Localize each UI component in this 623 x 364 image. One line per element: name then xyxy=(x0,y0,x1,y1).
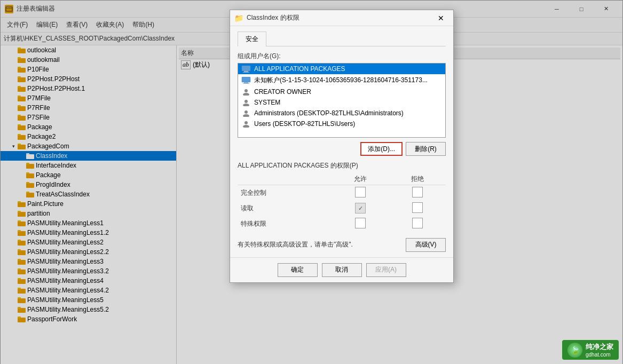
checkbox-allow-read[interactable] xyxy=(355,203,366,213)
advanced-row: 有关特殊权限或高级设置，请单击"高级". 高级(V) xyxy=(238,236,446,252)
user-item-administrators[interactable]: Administrators (DESKTOP-82TLHLS\Administ… xyxy=(238,108,445,118)
user-label: Administrators (DESKTOP-82TLHLS\Administ… xyxy=(254,109,404,117)
advanced-hint: 有关特殊权限或高级设置，请单击"高级". xyxy=(238,240,353,249)
user-label: 未知帐户(S-1-15-3-1024-1065365936-1281604716… xyxy=(254,76,428,85)
perm-allow-read[interactable] xyxy=(332,201,389,216)
add-remove-row: 添加(D)... 删除(R) xyxy=(238,142,446,156)
tab-security[interactable]: 安全 xyxy=(238,31,266,46)
remove-button[interactable]: 删除(R) xyxy=(406,142,446,156)
people-icon-4 xyxy=(241,121,251,128)
dialog-title-text: ClassIndex 的权限 xyxy=(247,13,299,22)
perm-deny-read[interactable] xyxy=(389,201,446,216)
tab-bar: 安全 xyxy=(238,31,446,46)
dialog-body: 安全 组或用户名(G): ALL APPLICATION PACKAGES xyxy=(230,26,453,257)
cancel-button[interactable]: 取消 xyxy=(322,263,362,277)
perm-deny-special[interactable] xyxy=(389,216,446,232)
svg-rect-61 xyxy=(242,66,250,71)
perm-row-read: 读取 xyxy=(238,201,446,216)
checkbox-deny-full[interactable] xyxy=(412,187,423,197)
perm-deny-full[interactable] xyxy=(389,185,446,201)
perm-row-full-control: 完全控制 xyxy=(238,185,446,201)
dialog-close-button[interactable]: ✕ xyxy=(433,11,449,25)
watermark-text: 纯净之家 gdhat.com xyxy=(586,342,613,358)
group-user-label: 组或用户名(G): xyxy=(238,52,446,61)
user-item-users[interactable]: Users (DESKTOP-82TLHLS\Users) xyxy=(238,118,445,129)
user-label: SYSTEM xyxy=(254,99,280,106)
people-icon-3 xyxy=(241,110,251,117)
dialog-title-bar: 📁 ClassIndex 的权限 ✕ xyxy=(230,10,453,26)
advanced-button[interactable]: 高级(V) xyxy=(406,238,446,252)
user-item-unknown[interactable]: 未知帐户(S-1-15-3-1024-1065365936-1281604716… xyxy=(238,74,445,86)
svg-point-74 xyxy=(243,125,249,128)
perm-allow-special[interactable] xyxy=(332,216,389,232)
svg-point-67 xyxy=(245,89,248,92)
perm-col-allow-header: 允许 xyxy=(332,173,389,185)
checkbox-deny-special[interactable] xyxy=(412,218,423,228)
watermark-site: 纯净之家 xyxy=(586,342,613,352)
permissions-table: 允许 拒绝 完全控制 读取 xyxy=(238,173,446,232)
user-item-system[interactable]: SYSTEM xyxy=(238,97,445,108)
ok-button[interactable]: 确定 xyxy=(278,263,318,277)
checkbox-allow-special[interactable] xyxy=(355,218,366,228)
perm-name-full: 完全控制 xyxy=(238,185,332,201)
svg-rect-62 xyxy=(244,71,248,72)
watermark-domain: gdhat.com xyxy=(586,352,613,358)
svg-point-72 xyxy=(243,114,249,117)
checkbox-allow-full[interactable] xyxy=(355,187,366,197)
apply-button[interactable]: 应用(A) xyxy=(366,263,406,277)
dialog-folder-icon: 📁 xyxy=(234,14,243,22)
computer-icon-2 xyxy=(241,77,251,84)
svg-rect-65 xyxy=(244,82,248,83)
computer-icon xyxy=(241,66,251,73)
users-list-box[interactable]: ALL APPLICATION PACKAGES 未知帐户(S-1-15-3-1… xyxy=(238,63,446,138)
add-button[interactable]: 添加(D)... xyxy=(360,142,403,156)
dialog-footer: 确定 取消 应用(A) xyxy=(230,257,453,282)
perm-allow-full[interactable] xyxy=(332,185,389,201)
perm-row-special: 特殊权限 xyxy=(238,216,446,232)
svg-rect-64 xyxy=(242,77,250,82)
user-item-all-app-packages[interactable]: ALL APPLICATION PACKAGES xyxy=(238,64,445,74)
user-label: CREATOR OWNER xyxy=(254,88,311,96)
perm-name-special: 特殊权限 xyxy=(238,216,332,232)
svg-point-71 xyxy=(245,110,248,114)
people-icon-2 xyxy=(241,99,251,106)
watermark: 🍃 纯净之家 gdhat.com xyxy=(562,340,619,360)
svg-point-73 xyxy=(245,121,248,124)
perm-col-name-header xyxy=(238,173,332,185)
user-label: Users (DESKTOP-82TLHLS\Users) xyxy=(254,120,355,128)
svg-rect-66 xyxy=(243,83,249,84)
people-icon xyxy=(241,89,251,96)
perm-name-read: 读取 xyxy=(238,201,332,216)
svg-rect-63 xyxy=(243,72,249,73)
svg-point-69 xyxy=(245,100,248,103)
checkbox-deny-read[interactable] xyxy=(412,202,423,213)
watermark-logo: 🍃 xyxy=(567,343,582,358)
dialog-title-left: 📁 ClassIndex 的权限 xyxy=(234,13,299,22)
perm-col-deny-header: 拒绝 xyxy=(389,173,446,185)
user-label: ALL APPLICATION PACKAGES xyxy=(254,65,345,73)
permission-dialog: 📁 ClassIndex 的权限 ✕ 安全 组或用户名(G): xyxy=(230,10,454,283)
permissions-label: ALL APPLICATION PACKAGES 的权限(P) xyxy=(238,161,446,170)
svg-point-70 xyxy=(243,104,249,106)
svg-point-68 xyxy=(243,93,249,96)
user-item-creator-owner[interactable]: CREATOR OWNER xyxy=(238,86,445,97)
